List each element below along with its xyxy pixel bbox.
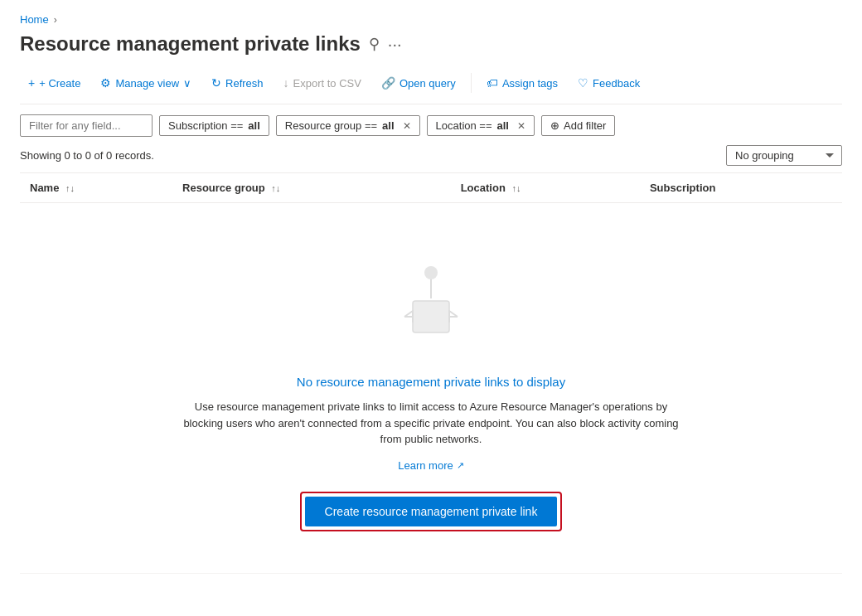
- export-csv-label: Export to CSV: [293, 77, 361, 90]
- add-filter-icon: ⊕: [550, 119, 559, 132]
- empty-state-cell: No resource management private links to …: [20, 203, 842, 574]
- feedback-button[interactable]: ♡ Feedback: [569, 72, 648, 94]
- feedback-label: Feedback: [593, 77, 640, 90]
- svg-point-1: [424, 266, 438, 279]
- subscription-filter-value: all: [248, 119, 259, 132]
- location-filter-tag: Location == all ✕: [427, 115, 535, 136]
- create-resource-button[interactable]: Create resource management private link: [305, 497, 558, 526]
- page-title: Resource management private links: [20, 32, 361, 56]
- page-title-row: Resource management private links ⚲ ···: [20, 32, 842, 56]
- resource-group-filter-label: Resource group ==: [285, 119, 377, 132]
- col-location[interactable]: Location ↑↓: [451, 173, 640, 203]
- col-resource-group[interactable]: Resource group ↑↓: [172, 173, 451, 203]
- location-filter-close[interactable]: ✕: [517, 120, 525, 132]
- assign-tags-label: Assign tags: [502, 77, 558, 90]
- manage-view-chevron: ∨: [183, 77, 191, 90]
- create-button[interactable]: + + Create: [20, 72, 89, 94]
- breadcrumb-separator: ›: [54, 14, 57, 26]
- assign-tags-button[interactable]: 🏷 Assign tags: [478, 72, 566, 94]
- breadcrumb: Home ›: [20, 13, 842, 26]
- create-btn-wrapper: Create resource management private link: [300, 492, 563, 531]
- more-options-icon[interactable]: ···: [388, 35, 402, 54]
- manage-view-icon: ⚙: [100, 76, 111, 90]
- empty-state-icon: [390, 261, 472, 355]
- col-subscription[interactable]: Subscription: [640, 173, 842, 203]
- open-query-label: Open query: [400, 77, 456, 90]
- location-filter-label: Location ==: [436, 119, 492, 132]
- name-sort-icon: ↑↓: [65, 183, 75, 193]
- open-query-icon: 🔗: [381, 76, 395, 90]
- empty-state-row: No resource management private links to …: [20, 203, 842, 574]
- learn-more-label: Learn more: [398, 459, 453, 472]
- loc-sort-icon: ↑↓: [511, 183, 521, 193]
- manage-view-label: Manage view: [115, 77, 179, 90]
- grouping-select: No grouping: [726, 145, 842, 166]
- manage-view-button[interactable]: ⚙ Manage view ∨: [92, 72, 200, 94]
- learn-more-link[interactable]: Learn more ↗: [398, 459, 463, 472]
- add-filter-button[interactable]: ⊕ Add filter: [541, 115, 615, 136]
- empty-state: No resource management private links to …: [30, 211, 832, 565]
- col-name[interactable]: Name ↑↓: [20, 173, 172, 203]
- assign-tags-icon: 🏷: [487, 76, 498, 90]
- filter-input[interactable]: [20, 114, 153, 137]
- add-filter-label: Add filter: [564, 119, 606, 132]
- breadcrumb-home[interactable]: Home: [20, 13, 49, 26]
- resource-group-filter-value: all: [382, 119, 394, 132]
- refresh-label: Refresh: [225, 77, 264, 90]
- location-filter-value: all: [497, 119, 509, 132]
- open-query-button[interactable]: 🔗 Open query: [373, 72, 464, 94]
- create-label: + Create: [39, 77, 80, 90]
- empty-state-description: Use resource management private links to…: [174, 399, 688, 448]
- svg-rect-2: [413, 301, 449, 332]
- pin-icon[interactable]: ⚲: [369, 35, 380, 53]
- table-container: Name ↑↓ Resource group ↑↓ Location ↑↓ Su…: [20, 172, 842, 574]
- empty-state-title: No resource management private links to …: [297, 375, 565, 389]
- results-row: Showing 0 to 0 of 0 records. No grouping: [20, 145, 842, 166]
- table-header-row: Name ↑↓ Resource group ↑↓ Location ↑↓ Su…: [20, 173, 842, 203]
- grouping-dropdown[interactable]: No grouping: [726, 145, 842, 166]
- data-table: Name ↑↓ Resource group ↑↓ Location ↑↓ Su…: [20, 173, 842, 574]
- refresh-button[interactable]: ↻ Refresh: [203, 72, 272, 94]
- filter-bar: Subscription == all Resource group == al…: [20, 114, 842, 137]
- toolbar: + + Create ⚙ Manage view ∨ ↻ Refresh ↓ E…: [20, 72, 842, 104]
- resource-group-filter-close[interactable]: ✕: [403, 120, 411, 132]
- subscription-filter-tag: Subscription == all: [159, 115, 269, 136]
- results-count: Showing 0 to 0 of 0 records.: [20, 149, 154, 162]
- create-icon: +: [28, 76, 35, 90]
- external-link-icon: ↗: [457, 460, 464, 471]
- toolbar-divider: [471, 73, 472, 93]
- subscription-filter-label: Subscription ==: [168, 119, 243, 132]
- feedback-icon: ♡: [578, 76, 588, 90]
- export-csv-button[interactable]: ↓ Export to CSV: [275, 72, 370, 94]
- rg-sort-icon: ↑↓: [271, 183, 280, 193]
- export-icon: ↓: [283, 76, 289, 90]
- refresh-icon: ↻: [211, 76, 221, 90]
- resource-group-filter-tag: Resource group == all ✕: [276, 115, 420, 136]
